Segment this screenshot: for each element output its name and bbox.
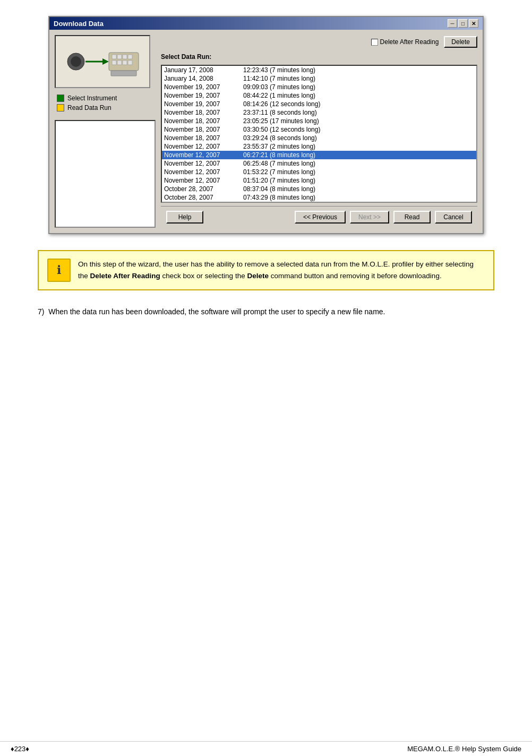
dialog-footer: Help << Previous Next >> Read Cancel — [161, 206, 477, 228]
data-run-time: 07:43:29 (8 minutes long) — [243, 194, 315, 201]
body-paragraph: 7) When the data run has been downloaded… — [38, 306, 494, 317]
data-run-item[interactable]: October 28, 200708:37:04 (8 minutes long… — [162, 185, 476, 193]
data-run-item[interactable]: November 18, 200723:37:11 (8 seconds lon… — [162, 108, 476, 117]
note-text: On this step of the wizard, the user has… — [78, 259, 485, 282]
cancel-button[interactable]: Cancel — [435, 211, 472, 224]
data-run-item[interactable]: November 12, 200723:55:37 (2 minutes lon… — [162, 142, 476, 151]
data-run-time: 23:05:25 (17 minutes long) — [243, 117, 319, 125]
close-button[interactable]: ✕ — [469, 19, 478, 28]
data-run-item[interactable]: January 14, 200811:42:10 (7 minutes long… — [162, 74, 476, 83]
nav-buttons: << Previous Next >> Read Cancel — [295, 211, 472, 224]
data-run-time: 12:23:43 (7 minutes long) — [243, 66, 315, 74]
data-run-date: November 12, 2007 — [164, 160, 241, 167]
checkbox-icon[interactable] — [371, 39, 378, 46]
data-run-date: November 12, 2007 — [164, 177, 241, 184]
data-run-time: 08:44:22 (1 minutes long) — [243, 92, 315, 99]
data-run-time: 01:53:22 (7 minutes long) — [243, 168, 315, 176]
data-run-item[interactable]: November 18, 200703:29:24 (8 seconds lon… — [162, 134, 476, 142]
data-run-date: November 19, 2007 — [164, 83, 241, 91]
data-run-date: November 19, 2007 — [164, 92, 241, 99]
data-run-item[interactable]: November 12, 200701:51:20 (7 minutes lon… — [162, 176, 476, 185]
delete-after-reading-checkbox[interactable]: Delete After Reading — [371, 38, 439, 46]
data-run-date: October 28, 2007 — [164, 194, 241, 201]
dialog-body: Select Instrument Read Data Run Delete — [49, 30, 483, 233]
svg-point-1 — [71, 56, 81, 67]
next-button[interactable]: Next >> — [350, 211, 389, 224]
data-run-item[interactable]: November 12, 200701:53:22 (7 minutes lon… — [162, 168, 476, 176]
data-run-time: 01:51:20 (7 minutes long) — [243, 177, 315, 184]
data-run-item[interactable]: November 12, 200706:27:21 (8 minutes lon… — [162, 151, 476, 159]
page-number: ♦223♦ — [11, 745, 29, 753]
item-number: 7) — [38, 307, 44, 316]
data-run-time: 23:55:37 (2 minutes long) — [243, 143, 315, 150]
data-run-date: November 18, 2007 — [164, 126, 241, 133]
svg-rect-9 — [128, 55, 132, 59]
info-icon: ℹ — [47, 259, 71, 282]
page-footer: ♦223♦ MEGAM.O.L.E.® Help System Guide — [0, 741, 532, 756]
data-run-date: November 12, 2007 — [164, 151, 241, 159]
data-run-time: 06:25:48 (7 minutes long) — [243, 160, 315, 167]
data-run-item[interactable]: November 19, 200708:44:22 (1 minutes lon… — [162, 91, 476, 100]
step-label-read-data-run: Read Data Run — [67, 104, 111, 111]
svg-rect-10 — [112, 61, 116, 65]
data-run-time: 03:29:24 (8 seconds long) — [243, 134, 317, 142]
data-run-list: January 17, 200812:23:43 (7 minutes long… — [162, 66, 476, 202]
data-run-item[interactable]: November 18, 200723:05:25 (17 minutes lo… — [162, 117, 476, 125]
previous-button[interactable]: << Previous — [295, 211, 346, 224]
svg-rect-7 — [117, 55, 122, 59]
data-run-date: November 12, 2007 — [164, 143, 241, 150]
svg-rect-5 — [111, 71, 136, 76]
svg-rect-11 — [117, 61, 122, 65]
help-button[interactable]: Help — [166, 211, 203, 224]
step-icon-yellow — [57, 104, 64, 111]
data-run-date: January 14, 2008 — [164, 75, 241, 82]
select-data-run-label: Select Data Run: — [161, 52, 477, 62]
data-run-time: 06:27:21 (8 minutes long) — [243, 151, 315, 159]
download-data-dialog: Download Data ─ □ ✕ — [48, 16, 484, 234]
left-panel: Select Instrument Read Data Run — [55, 35, 156, 228]
data-run-item[interactable]: November 19, 200709:09:03 (7 minutes lon… — [162, 83, 476, 91]
footer-title: MEGAM.O.L.E.® Help System Guide — [407, 745, 521, 753]
step-label-select-instrument: Select Instrument — [67, 94, 117, 102]
svg-rect-6 — [112, 55, 116, 59]
step-read-data-run: Read Data Run — [57, 104, 153, 111]
data-run-item[interactable]: November 12, 200706:25:48 (7 minutes lon… — [162, 159, 476, 168]
svg-rect-8 — [123, 55, 127, 59]
data-run-item[interactable]: January 17, 200812:23:43 (7 minutes long… — [162, 66, 476, 74]
data-run-date: November 19, 2007 — [164, 100, 241, 108]
svg-rect-12 — [123, 61, 127, 65]
data-run-date: November 18, 2007 — [164, 134, 241, 142]
delete-button[interactable]: Delete — [444, 36, 477, 48]
read-button[interactable]: Read — [393, 211, 431, 224]
data-run-time: 08:14:26 (12 seconds long) — [243, 100, 320, 108]
data-run-date: January 17, 2008 — [164, 66, 241, 74]
minimize-button[interactable]: ─ — [448, 19, 457, 28]
titlebar-buttons: ─ □ ✕ — [448, 19, 478, 28]
data-run-time: 08:37:04 (8 minutes long) — [243, 185, 315, 193]
left-bottom-panel — [55, 120, 156, 228]
data-run-item[interactable]: November 19, 200708:14:26 (12 seconds lo… — [162, 100, 476, 108]
top-controls: Delete After Reading Delete — [161, 35, 477, 49]
steps-list: Select Instrument Read Data Run — [55, 92, 156, 114]
instrument-image — [55, 35, 150, 88]
data-run-item[interactable]: October 28, 200707:43:29 (8 minutes long… — [162, 193, 476, 202]
data-run-time: 23:37:11 (8 seconds long) — [243, 109, 317, 116]
step-icon-green — [57, 94, 64, 102]
delete-after-label: Delete After Reading — [380, 38, 439, 46]
dialog-title: Download Data — [54, 20, 104, 28]
data-run-item[interactable]: November 18, 200703:30:50 (12 seconds lo… — [162, 125, 476, 134]
body-text: 7) When the data run has been downloaded… — [38, 306, 494, 317]
data-run-time: 03:30:50 (12 seconds long) — [243, 126, 320, 133]
data-run-date: November 18, 2007 — [164, 109, 241, 116]
data-run-date: October 28, 2007 — [164, 185, 241, 193]
step-select-instrument: Select Instrument — [57, 94, 153, 102]
right-panel: Delete After Reading Delete Select Data … — [161, 35, 477, 228]
maximize-button[interactable]: □ — [458, 19, 468, 28]
data-run-date: November 12, 2007 — [164, 168, 241, 176]
note-box: ℹ On this step of the wizard, the user h… — [38, 250, 494, 290]
svg-marker-3 — [102, 58, 109, 65]
data-run-list-container[interactable]: January 17, 200812:23:43 (7 minutes long… — [161, 65, 477, 203]
data-run-time: 11:42:10 (7 minutes long) — [243, 75, 315, 82]
body-content: When the data run has been downloaded, t… — [48, 307, 385, 316]
dialog-titlebar: Download Data ─ □ ✕ — [49, 17, 483, 30]
